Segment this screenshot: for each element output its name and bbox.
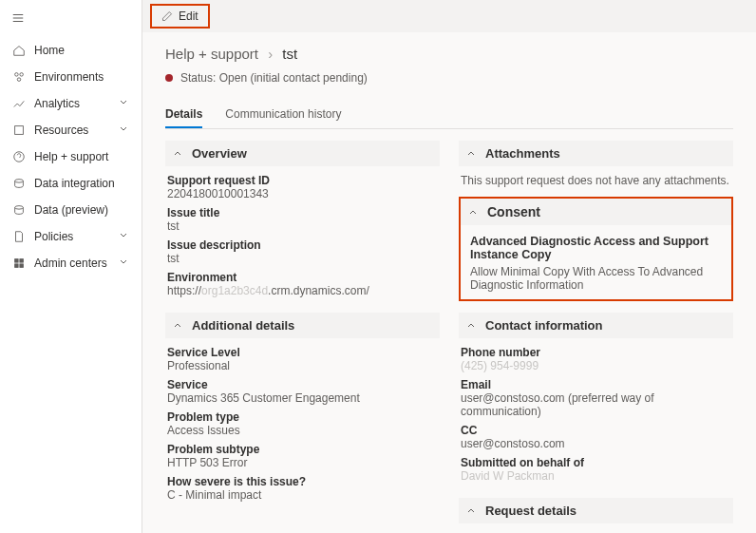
svg-point-2 [17, 78, 21, 82]
section-contact-header[interactable]: Contact information [459, 313, 733, 338]
svg-rect-3 [15, 126, 24, 135]
consent-title: Advanced Diagnostic Access and Support I… [461, 233, 731, 265]
breadcrumb-root[interactable]: Help + support [165, 46, 258, 62]
field-value: 2204180010001343 [167, 187, 438, 200]
status-prefix: Status: [180, 71, 216, 85]
section-attachments-header[interactable]: Attachments [459, 141, 733, 166]
admin-centers-icon [11, 256, 27, 271]
chevron-up-icon [173, 318, 186, 333]
chevron-up-icon [466, 504, 480, 518]
svg-point-5 [15, 180, 24, 183]
section-title: Additional details [192, 318, 294, 333]
svg-rect-9 [15, 264, 19, 268]
field-label: Phone number [461, 346, 731, 359]
field-label: Support request ID [167, 174, 438, 187]
sidebar-item-analytics[interactable]: Analytics [0, 90, 142, 117]
analytics-icon [11, 96, 27, 111]
section-title: Overview [192, 146, 247, 161]
chevron-down-icon [119, 97, 130, 110]
field-value: user@constoso.com (preferred way of comm… [461, 391, 731, 418]
sidebar-item-data-preview[interactable]: Data (preview) [0, 197, 142, 223]
attachments-empty-text: This support request does not have any a… [459, 174, 733, 187]
resources-icon [11, 123, 27, 138]
chevron-up-icon [468, 204, 482, 219]
sidebar-item-label: Home [34, 44, 130, 57]
sidebar-item-label: Analytics [34, 97, 119, 110]
svg-point-0 [15, 73, 19, 77]
svg-point-6 [15, 206, 24, 210]
sidebar-item-label: Help + support [34, 150, 130, 163]
field-value: HTTP 503 Error [167, 456, 438, 469]
policies-icon [11, 229, 27, 244]
environments-icon [11, 69, 27, 85]
sidebar: Home Environments Analytics Resources He… [0, 0, 142, 533]
svg-point-1 [20, 73, 24, 77]
sidebar-item-help-support[interactable]: Help + support [0, 143, 142, 170]
home-icon [11, 43, 27, 58]
tab-communication-history[interactable]: Communication history [225, 102, 341, 128]
field-value: Access Issues [167, 424, 438, 437]
chevron-up-icon [466, 318, 480, 333]
field-label: Email [461, 378, 731, 391]
field-label: Submitted on behalf of [461, 456, 731, 469]
chevron-down-icon [119, 257, 130, 270]
chevron-up-icon [173, 146, 186, 161]
toolbar: Edit [142, 0, 756, 32]
section-consent-header[interactable]: Consent [461, 199, 731, 225]
sidebar-item-label: Policies [34, 230, 119, 243]
sidebar-item-label: Environments [34, 70, 130, 84]
sidebar-item-label: Data integration [34, 177, 130, 190]
consent-text: Allow Minimal Copy With Access To Advanc… [461, 265, 731, 292]
field-label: CC [461, 424, 731, 437]
data-integration-icon [11, 176, 27, 191]
sidebar-item-admin-centers[interactable]: Admin centers [0, 250, 142, 276]
sidebar-item-label: Data (preview) [34, 203, 130, 217]
field-label: Environment [167, 271, 438, 284]
sidebar-item-label: Admin centers [34, 257, 119, 270]
field-value: tst [167, 252, 438, 265]
field-value: https://org1a2b3c4d.crm.dynamics.com/ [167, 284, 438, 297]
hamburger-menu[interactable] [0, 8, 142, 37]
breadcrumb-current: tst [282, 46, 297, 62]
breadcrumb: Help + support › tst [165, 46, 733, 62]
help-icon [11, 149, 27, 164]
section-overview-header[interactable]: Overview [165, 141, 440, 166]
tabs: Details Communication history [165, 102, 733, 129]
section-additional-header[interactable]: Additional details [165, 313, 440, 338]
field-label: Problem subtype [167, 443, 438, 456]
field-value: C - Minimal impact [167, 488, 438, 502]
main-content: Edit Help + support › tst Status: Open (… [142, 0, 756, 533]
sidebar-item-policies[interactable]: Policies [0, 223, 142, 250]
breadcrumb-separator: › [268, 46, 273, 62]
sidebar-item-home[interactable]: Home [0, 37, 142, 64]
field-label: Problem type [167, 410, 438, 424]
field-value: Professional [167, 359, 438, 372]
chevron-down-icon [119, 230, 130, 243]
edit-button[interactable]: Edit [150, 4, 210, 29]
edit-button-label: Edit [179, 10, 198, 23]
sidebar-item-data-integration[interactable]: Data integration [0, 170, 142, 197]
field-value: David W Packman [461, 469, 731, 483]
section-title: Request details [485, 504, 576, 518]
section-title: Contact information [485, 318, 603, 333]
field-label: Issue title [167, 206, 438, 219]
data-preview-icon [11, 202, 27, 218]
field-label: How severe is this issue? [167, 475, 438, 488]
status-text: Open (initial contact pending) [219, 71, 368, 85]
field-value: (425) 954-9999 [461, 359, 731, 372]
consent-box: Consent Advanced Diagnostic Access and S… [459, 197, 733, 301]
section-request-header[interactable]: Request details [459, 498, 733, 523]
sidebar-item-label: Resources [34, 124, 119, 137]
status-row: Status: Open (initial contact pending) [165, 71, 733, 85]
section-title: Consent [487, 204, 540, 219]
field-label: Service Level [167, 346, 438, 359]
field-label: Issue description [167, 238, 438, 252]
tab-details[interactable]: Details [165, 102, 202, 128]
field-label: Service [167, 378, 438, 391]
pencil-icon [161, 10, 173, 22]
field-value: tst [167, 219, 438, 233]
sidebar-item-resources[interactable]: Resources [0, 117, 142, 143]
chevron-down-icon [119, 124, 130, 137]
chevron-up-icon [466, 146, 480, 161]
sidebar-item-environments[interactable]: Environments [0, 64, 142, 90]
